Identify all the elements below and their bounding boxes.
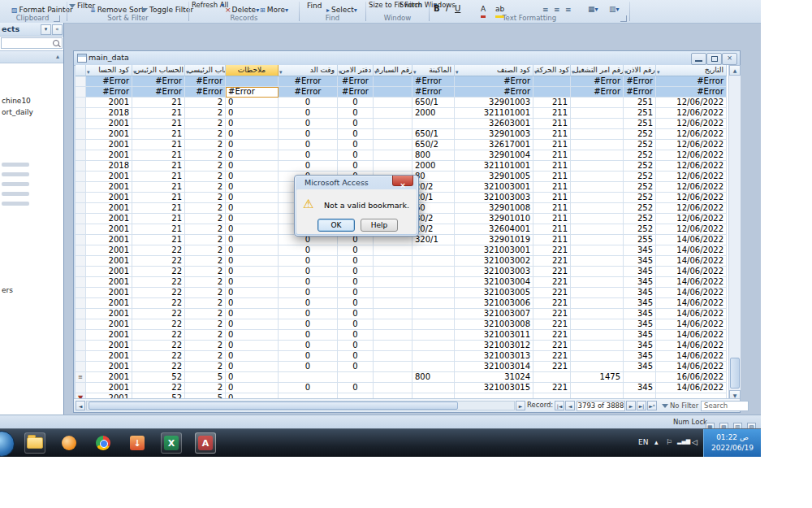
- action-center-flag-icon[interactable]: ⚐: [666, 438, 672, 446]
- select-all-corner[interactable]: [76, 65, 86, 76]
- grid-cell[interactable]: [374, 76, 412, 87]
- record-selector[interactable]: [76, 119, 86, 129]
- filter-arrow-icon[interactable]: ▾: [456, 67, 459, 76]
- filter-arrow-icon[interactable]: ▾: [279, 67, 283, 76]
- grid-cell[interactable]: 21: [132, 129, 185, 140]
- grid-cell[interactable]: 2: [185, 140, 226, 150]
- grid-cell[interactable]: 21: [132, 203, 185, 214]
- record-selector[interactable]: [76, 288, 86, 298]
- record-selector[interactable]: [76, 76, 86, 87]
- filter-arrow-icon[interactable]: ▾: [624, 67, 628, 76]
- grid-cell[interactable]: 0: [226, 330, 279, 341]
- grid-cell[interactable]: 221: [533, 362, 571, 372]
- grid-cell[interactable]: 0: [226, 98, 279, 108]
- grid-cell[interactable]: 0: [338, 277, 374, 288]
- grid-cell[interactable]: 32901003: [455, 98, 533, 108]
- refresh-all-button[interactable]: Refresh All▾: [192, 0, 226, 11]
- grid-cell[interactable]: #Error: [624, 76, 656, 87]
- grid-cell[interactable]: 321003002: [455, 256, 533, 267]
- grid-cell[interactable]: 2: [185, 161, 226, 172]
- grid-cell[interactable]: 2: [185, 362, 226, 372]
- grid-cell[interactable]: 22: [132, 288, 185, 298]
- grid-cell[interactable]: [571, 203, 624, 214]
- grid-cell[interactable]: 12/06/2022: [656, 161, 727, 172]
- grid-cell[interactable]: 321003006: [455, 298, 533, 309]
- grid-cell[interactable]: 321003012: [455, 341, 533, 351]
- grid-cell[interactable]: 221: [533, 383, 571, 393]
- grid-cell[interactable]: 2001: [86, 277, 132, 288]
- grid-cell[interactable]: 12/06/2022: [656, 129, 727, 140]
- grid-cell[interactable]: #Error: [338, 87, 374, 98]
- grid-cell[interactable]: 22: [132, 245, 185, 256]
- grid-cell[interactable]: [571, 235, 624, 245]
- grid-cell[interactable]: [374, 161, 412, 172]
- grid-cell[interactable]: 0: [279, 341, 338, 351]
- grid-cell[interactable]: 345: [624, 267, 656, 277]
- grid-cell[interactable]: 2: [185, 108, 226, 119]
- grid-cell[interactable]: 211: [533, 98, 571, 108]
- grid-cell[interactable]: [374, 129, 412, 140]
- grid-cell[interactable]: [571, 330, 624, 341]
- grid-cell[interactable]: [624, 372, 656, 383]
- nav-pane-item[interactable]: chine10: [0, 96, 65, 106]
- grid-cell[interactable]: #Error: [412, 76, 455, 87]
- taskbar-clock[interactable]: 01:22 ص 2022/06/19: [703, 429, 761, 457]
- record-selector[interactable]: [76, 351, 86, 362]
- grid-cell[interactable]: [571, 172, 624, 182]
- grid-cell[interactable]: #Error: [132, 76, 185, 87]
- grid-cell[interactable]: 321003014: [455, 362, 533, 372]
- record-selector[interactable]: [76, 319, 86, 330]
- record-selector[interactable]: [76, 330, 86, 341]
- grid-cell[interactable]: [412, 288, 455, 298]
- filter-arrow-icon[interactable]: ▾: [657, 67, 660, 76]
- grid-cell[interactable]: [412, 119, 455, 129]
- grid-cell[interactable]: 32901019: [455, 235, 533, 245]
- grid-cell[interactable]: 211: [533, 193, 571, 203]
- grid-cell[interactable]: [571, 267, 624, 277]
- grid-cell[interactable]: 2: [185, 288, 226, 298]
- window-close-button[interactable]: ×: [722, 53, 737, 65]
- grid-cell[interactable]: [374, 351, 412, 362]
- find-button[interactable]: Find: [307, 1, 322, 12]
- grid-cell[interactable]: 0: [226, 172, 279, 182]
- record-selector[interactable]: [76, 150, 86, 161]
- grid-cell[interactable]: 321101001: [455, 161, 533, 172]
- grid-cell[interactable]: 321003015: [455, 383, 533, 393]
- column-header[interactable]: ▾وقت الد: [279, 65, 338, 76]
- grid-cell[interactable]: [571, 256, 624, 267]
- grid-cell[interactable]: 2001: [86, 267, 132, 277]
- grid-cell[interactable]: [571, 108, 624, 119]
- media-player-taskbar-button[interactable]: [58, 432, 80, 454]
- grid-cell[interactable]: [533, 76, 571, 87]
- grid-cell[interactable]: 12/06/2022: [656, 203, 727, 214]
- grid-cell[interactable]: 14/06/2022: [656, 362, 727, 372]
- grid-cell[interactable]: [374, 108, 412, 119]
- grid-cell[interactable]: 2001: [86, 119, 132, 129]
- grid-cell[interactable]: #Error: [412, 87, 455, 98]
- grid-cell[interactable]: 2001: [86, 182, 132, 193]
- grid-cell[interactable]: [571, 98, 624, 108]
- grid-cell[interactable]: 14/06/2022: [656, 319, 727, 330]
- grid-cell[interactable]: #Error: [132, 87, 185, 98]
- grid-cell[interactable]: 345: [624, 277, 656, 288]
- grid-cell[interactable]: 0: [279, 309, 338, 319]
- grid-cell[interactable]: [571, 341, 624, 351]
- grid-cell[interactable]: 2: [185, 341, 226, 351]
- datasheet-title-bar[interactable]: main_data ×: [74, 51, 740, 66]
- grid-cell[interactable]: 2: [185, 256, 226, 267]
- grid-cell[interactable]: 0: [279, 150, 338, 161]
- grid-cell[interactable]: 21: [132, 214, 185, 224]
- grid-cell[interactable]: 211: [533, 129, 571, 140]
- grid-cell[interactable]: 0: [226, 203, 279, 214]
- grid-cell[interactable]: 211: [533, 203, 571, 214]
- grid-cell[interactable]: [571, 288, 624, 298]
- vertical-scroll-thumb[interactable]: [730, 358, 740, 389]
- record-selector[interactable]: [76, 98, 86, 108]
- grid-cell[interactable]: 252: [624, 224, 656, 235]
- grid-cell[interactable]: 221: [533, 267, 571, 277]
- grid-cell[interactable]: 0: [226, 288, 279, 298]
- grid-cell[interactable]: #Error: [279, 87, 338, 98]
- help-button[interactable]: Help: [361, 219, 398, 232]
- grid-cell[interactable]: 2001: [86, 214, 132, 224]
- grid-cell[interactable]: 2001: [86, 129, 132, 140]
